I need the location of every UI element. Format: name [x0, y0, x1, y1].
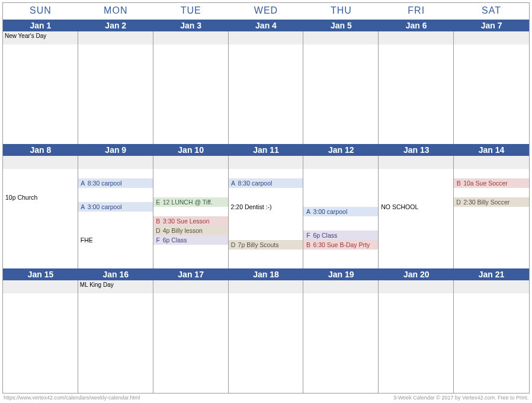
spacer [229, 197, 303, 202]
day-cell[interactable] [153, 31, 229, 144]
spacer [153, 178, 228, 188]
day-cell[interactable] [379, 280, 454, 393]
event-category-tag: B [155, 217, 162, 225]
plain-event: 2:20 Dentist :-) [229, 202, 303, 212]
spacer [229, 188, 303, 197]
event-category-tag: A [79, 203, 86, 211]
day-cell[interactable]: ML King Day [78, 280, 153, 393]
event-category-tag: A [305, 207, 312, 216]
event-text: 8:30 carpool [238, 179, 273, 187]
day-cell[interactable]: NO SCHOOL [379, 156, 454, 268]
events-area: 10p Church [3, 169, 78, 202]
events-area: A3:00 carpoolF6p ClassB6:30 Sue B-Day Pr… [303, 169, 378, 250]
weeks-container: Jan 1Jan 2Jan 3Jan 4Jan 5Jan 6Jan 7New Y… [3, 20, 529, 393]
spacer [153, 169, 228, 178]
spacer [3, 178, 78, 188]
day-cell[interactable]: A8:30 carpool2:20 Dentist :-)D7p Billy S… [229, 156, 304, 268]
day-cell[interactable]: 10p Church [3, 156, 78, 268]
event-category-tag: F [305, 231, 312, 239]
date-header: Jan 8 [3, 144, 78, 156]
spacer [303, 169, 378, 178]
week-date-row: Jan 1Jan 2Jan 3Jan 4Jan 5Jan 6Jan 7 [3, 20, 529, 31]
event-item: A8:30 carpool [78, 178, 153, 188]
spacer [153, 207, 228, 216]
weekday-header: THU [303, 3, 379, 20]
day-cell[interactable]: A3:00 carpoolF6p ClassB6:30 Sue B-Day Pr… [303, 156, 379, 268]
event-text: 3:00 carpool [313, 207, 347, 216]
spacer [379, 178, 453, 188]
day-cell[interactable]: B10a Sue SoccerD2:30 Billy Soccer [454, 156, 529, 268]
week-cells-row: 10p ChurchA8:30 carpoolA3:00 carpool FHE… [3, 156, 529, 268]
day-cell[interactable]: E12 LUNCH @ Tiff.B3:30 Sue LessonD4p Bil… [153, 156, 229, 268]
spacer [78, 169, 153, 178]
event-text: 6p Class [313, 231, 337, 239]
holiday-band [3, 156, 78, 169]
holiday-band: New Year's Day [3, 31, 78, 44]
weekday-header: MON [78, 3, 153, 20]
date-header: Jan 19 [303, 268, 379, 280]
spacer [303, 197, 378, 207]
week-cells-row: New Year's Day [3, 31, 529, 144]
event-text: 7p Billy Scouts [238, 241, 279, 249]
event-item: B3:30 Sue Lesson [153, 216, 228, 226]
spacer [229, 231, 303, 240]
day-cell[interactable]: New Year's Day [3, 31, 78, 144]
event-item: D2:30 Billy Soccer [454, 197, 529, 207]
spacer [303, 226, 378, 231]
plain-event: 10p Church [3, 193, 78, 202]
date-header: Jan 12 [303, 144, 379, 156]
event-text: 4p Billy lesson [163, 226, 203, 235]
event-item: B6:30 Sue B-Day Prty [303, 240, 378, 250]
event-text: 6p Class [163, 236, 187, 244]
plain-event: FHE [78, 235, 153, 245]
event-category-tag: D [230, 241, 237, 249]
footer-url: https://www.vertex42.com/calendars/weekl… [4, 395, 140, 401]
event-category-tag: F [155, 236, 162, 244]
date-header: Jan 17 [153, 268, 229, 280]
event-category-tag: E [155, 198, 162, 206]
holiday-band [78, 31, 153, 44]
day-cell[interactable] [454, 31, 529, 144]
week-cells-row: ML King Day [3, 280, 529, 393]
spacer [379, 197, 453, 202]
day-cell[interactable] [303, 280, 379, 393]
event-item: D7p Billy Scouts [229, 240, 303, 250]
weekday-header: FRI [379, 3, 454, 20]
holiday-band [303, 156, 378, 169]
date-header: Jan 5 [303, 20, 379, 31]
day-cell[interactable] [379, 31, 454, 144]
event-item: E12 LUNCH @ Tiff. [153, 197, 228, 207]
date-header: Jan 1 [3, 20, 78, 31]
weekday-header: SUN [3, 3, 78, 20]
day-cell[interactable] [78, 31, 153, 144]
day-cell[interactable]: A8:30 carpoolA3:00 carpool FHE [78, 156, 153, 268]
date-header: Jan 7 [454, 20, 529, 31]
weekday-header: WED [229, 3, 304, 20]
event-category-tag: B [455, 179, 462, 187]
plain-event: NO SCHOOL [379, 202, 453, 212]
holiday-band [78, 156, 153, 169]
event-text: 8:30 carpool [88, 179, 122, 187]
day-cell[interactable] [229, 31, 304, 144]
event-item: A3:00 carpool [303, 207, 378, 216]
spacer [454, 188, 529, 197]
day-cell[interactable] [3, 280, 78, 393]
week-date-row: Jan 8Jan 9Jan 10Jan 11Jan 12Jan 13Jan 14 [3, 144, 529, 156]
footer-copyright: 3-Week Calendar © 2017 by Vertex42.com. … [393, 395, 528, 401]
event-text: 3:00 carpool [88, 203, 122, 211]
date-header: Jan 3 [153, 20, 229, 31]
holiday-band [303, 280, 378, 293]
holiday-band: ML King Day [78, 280, 153, 293]
day-cell[interactable] [153, 280, 229, 393]
spacer [303, 188, 378, 197]
calendar-grid: SUNMONTUEWEDTHUFRISAT Jan 1Jan 2Jan 3Jan… [2, 2, 530, 394]
date-header: Jan 4 [229, 20, 304, 31]
event-text: 10a Sue Soccer [463, 179, 508, 187]
events-area: A8:30 carpool2:20 Dentist :-)D7p Billy S… [229, 169, 303, 250]
spacer [229, 169, 303, 178]
spacer [303, 216, 378, 226]
day-cell[interactable] [229, 280, 304, 393]
holiday-band [379, 31, 453, 44]
day-cell[interactable] [454, 280, 529, 393]
day-cell[interactable] [303, 31, 379, 144]
